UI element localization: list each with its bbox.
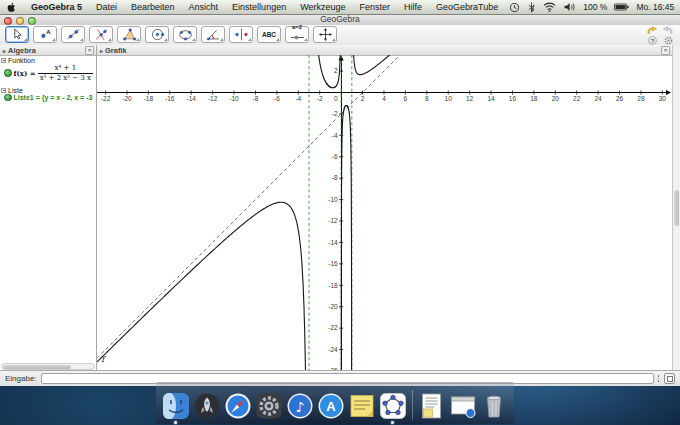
tool-dropdown-arrow-icon[interactable] <box>276 38 279 41</box>
help-button[interactable]: ? <box>646 36 658 45</box>
algebra-horizontal-scrollbar[interactable] <box>1 363 95 370</box>
tool-reflect-button[interactable] <box>229 26 253 43</box>
scrollbar-thumb[interactable] <box>3 365 71 369</box>
menu-geogebra-5[interactable]: GeoGebra 5 <box>24 0 89 14</box>
menu-datei[interactable]: Datei <box>89 0 124 14</box>
graphics-menu-arrow-icon[interactable]: ▸ <box>97 47 105 54</box>
tool-dropdown-arrow-icon[interactable] <box>164 38 167 41</box>
menu-bearbeiten[interactable]: Bearbeiten <box>124 0 182 14</box>
svg-text:16: 16 <box>509 95 517 102</box>
tool-perpendicular-button[interactable] <box>89 26 113 43</box>
tool-dropdown-arrow-icon[interactable] <box>80 38 83 41</box>
time-machine-icon[interactable] <box>505 2 524 13</box>
tool-text-button[interactable]: ABC <box>257 26 281 43</box>
input-help-button[interactable] <box>664 373 675 384</box>
svg-text:-10: -10 <box>229 95 239 102</box>
menu-clock[interactable]: Mo. 16:45 <box>633 2 677 12</box>
tool-dropdown-arrow-icon[interactable] <box>220 38 223 41</box>
algebra-menu-arrow-icon[interactable]: ▸ <box>0 47 8 54</box>
menu-geogebratube[interactable]: GeoGebraTube <box>429 0 505 14</box>
input-history-icon[interactable] <box>658 375 660 382</box>
tool-dropdown-arrow-icon[interactable] <box>304 38 307 41</box>
menu-bar: GeoGebra 5DateiBearbeitenAnsichtEinstell… <box>0 0 680 15</box>
tool-point-button[interactable]: A <box>33 26 57 43</box>
vertical-scrollbar[interactable] <box>672 45 680 371</box>
tool-dropdown-arrow-icon[interactable] <box>52 38 55 41</box>
svg-text:-12: -12 <box>208 95 218 102</box>
svg-text:♪: ♪ <box>296 399 305 415</box>
algebra-item-f[interactable]: f(x) = x⁴ + 1 x³ + 2 x² − 3 x <box>0 64 93 82</box>
graph-canvas[interactable]: -22-20-18-16-14-12-10-8-6-4-224681012141… <box>97 55 672 371</box>
dock-window-document-icon[interactable] <box>449 392 477 420</box>
menu-einstellungen[interactable]: Einstellungen <box>225 0 293 14</box>
tool-angle-button[interactable] <box>201 26 225 43</box>
visibility-marble-liste1[interactable] <box>4 94 12 102</box>
dock-system-preferences-icon[interactable] <box>255 392 283 420</box>
dock-geogebra-icon[interactable] <box>379 392 407 420</box>
svg-text:-14: -14 <box>328 239 338 246</box>
svg-text:-8: -8 <box>332 174 338 181</box>
dock-launchpad-icon[interactable] <box>193 392 221 420</box>
window-content: ▸ Algebra × Funktion f(x) = x⁴ + 1 x³ + … <box>0 45 680 371</box>
tool-dropdown-arrow-icon[interactable] <box>248 38 251 41</box>
battery-percentage: 100 % <box>580 2 610 12</box>
svg-text:-22: -22 <box>101 95 111 102</box>
tool-dropdown-arrow-icon[interactable] <box>192 38 195 41</box>
svg-text:2: 2 <box>334 67 338 74</box>
menu-ansicht[interactable]: Ansicht <box>182 0 226 14</box>
svg-text:A: A <box>326 399 336 414</box>
svg-text:-6: -6 <box>274 95 280 102</box>
algebra-header[interactable]: ▸ Algebra × <box>0 45 96 56</box>
tool-dropdown-arrow-icon[interactable] <box>24 38 27 41</box>
scrollbar-thumb[interactable] <box>674 190 679 226</box>
menu-werkzeuge[interactable]: Werkzeuge <box>293 0 352 14</box>
tool-buttons: AABCa=2 <box>5 26 337 43</box>
algebra-section-function[interactable]: Funktion <box>0 57 35 64</box>
geogebra-window: GeoGebra AABCa=2 ? <box>0 14 680 386</box>
tool-conic-button[interactable] <box>173 26 197 43</box>
screen: GeoGebra 5DateiBearbeitenAnsichtEinstell… <box>0 0 680 425</box>
wifi-icon[interactable] <box>539 2 560 12</box>
collapse-function-icon[interactable] <box>1 58 6 63</box>
graphics-title: Grafik <box>105 46 661 55</box>
dock-safari-icon[interactable] <box>224 392 252 420</box>
svg-text:4: 4 <box>382 95 386 102</box>
battery-icon[interactable] <box>610 3 633 11</box>
svg-text:0: 0 <box>334 95 338 102</box>
visibility-marble-f[interactable] <box>4 69 12 77</box>
running-indicator <box>174 421 177 424</box>
apple-menu-icon[interactable] <box>0 2 24 13</box>
redo-button[interactable] <box>662 26 674 35</box>
algebra-item-liste1[interactable]: Liste1 = {y = x - 2, x = -3 <box>0 94 92 102</box>
settings-gear-icon[interactable] <box>662 36 674 45</box>
dock-text-document-icon[interactable] <box>418 392 446 420</box>
tool-slider-button[interactable]: a=2 <box>285 26 309 43</box>
dock-stickies-icon[interactable] <box>348 392 376 420</box>
tool-dropdown-arrow-icon[interactable] <box>332 38 335 41</box>
tool-dropdown-arrow-icon[interactable] <box>136 38 139 41</box>
dock-finder-icon[interactable] <box>162 392 190 420</box>
tool-move-button[interactable] <box>5 26 29 43</box>
collapse-list-icon[interactable] <box>1 88 6 93</box>
svg-text:-2: -2 <box>317 95 323 102</box>
tool-polygon-button[interactable] <box>117 26 141 43</box>
svg-text:A: A <box>46 28 51 35</box>
tool-dropdown-arrow-icon[interactable] <box>108 38 111 41</box>
menu-hilfe[interactable]: Hilfe <box>397 0 429 14</box>
f-numerator: x⁴ + 1 <box>38 64 93 74</box>
dock-app-store-icon[interactable]: A <box>317 392 345 420</box>
menu-fenster[interactable]: Fenster <box>353 0 398 14</box>
volume-icon[interactable] <box>560 2 580 12</box>
svg-text:-6: -6 <box>332 153 338 160</box>
tool-line-button[interactable] <box>61 26 85 43</box>
tool-circle-button[interactable] <box>145 26 169 43</box>
undo-button[interactable] <box>646 26 658 35</box>
bluetooth-icon[interactable] <box>524 2 539 13</box>
close-graphics-icon[interactable]: × <box>661 46 670 55</box>
dock-itunes-icon[interactable]: ♪ <box>286 392 314 420</box>
svg-text:24: 24 <box>595 95 603 102</box>
dock-trash-icon[interactable] <box>480 392 508 420</box>
close-algebra-icon[interactable]: × <box>85 46 94 55</box>
tool-move-view-button[interactable] <box>313 26 337 43</box>
dock: ♪A <box>156 382 514 424</box>
